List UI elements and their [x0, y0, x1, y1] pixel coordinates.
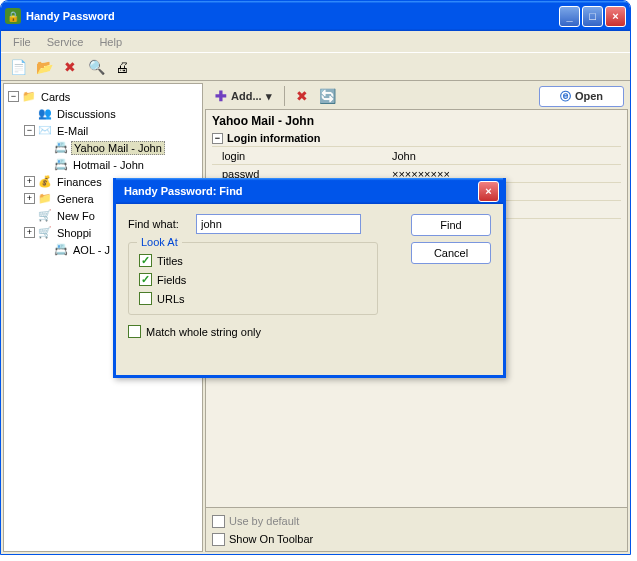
expand-icon[interactable]: +	[24, 193, 35, 204]
people-icon: 👥	[37, 107, 53, 120]
checkbox-checked-icon[interactable]: ✓	[139, 273, 152, 286]
find-input[interactable]	[196, 214, 361, 234]
card-icon: 📇	[53, 243, 69, 256]
minimize-button[interactable]: _	[559, 6, 580, 27]
open-button[interactable]: ⓔOpen	[539, 86, 624, 107]
collapse-icon[interactable]: −	[24, 125, 35, 136]
delete-icon[interactable]: ✖	[291, 85, 313, 107]
left-toolbar: 📄 📂 ✖ 🔍 🖨	[1, 53, 630, 81]
add-button[interactable]: ✚Add...▾	[209, 86, 278, 106]
menu-file[interactable]: File	[5, 34, 39, 50]
checkbox-checked-icon[interactable]: ✓	[139, 254, 152, 267]
cancel-button[interactable]: Cancel	[411, 242, 491, 264]
new-icon[interactable]: 📄	[7, 56, 29, 78]
bottom-panel: Use by default Show On Toolbar	[205, 508, 628, 552]
mail-icon: ✉️	[37, 124, 53, 137]
tree-discussions[interactable]: 👥Discussions	[24, 105, 200, 122]
checkbox-icon[interactable]	[212, 533, 225, 546]
titles-checkbox-row[interactable]: ✓Titles	[139, 251, 367, 270]
titlebar: Handy Password _ □ ×	[1, 1, 630, 31]
detail-section[interactable]: −Login information	[212, 130, 621, 147]
refresh-icon[interactable]: 🔄	[317, 85, 339, 107]
menu-help[interactable]: Help	[91, 34, 130, 50]
search-icon[interactable]: 🔍	[85, 56, 107, 78]
delete-icon[interactable]: ✖	[59, 56, 81, 78]
card-icon: 📇	[53, 141, 69, 154]
maximize-button[interactable]: □	[582, 6, 603, 27]
find-button[interactable]: Find	[411, 214, 491, 236]
checkbox-icon[interactable]	[139, 292, 152, 305]
detail-row-login: loginJohn	[212, 147, 621, 165]
app-icon	[5, 8, 21, 24]
dialog-titlebar: Handy Password: Find ×	[116, 178, 503, 204]
cart-icon: 🛒	[37, 226, 53, 239]
tree-hotmail[interactable]: 📇Hotmail - John	[40, 156, 200, 173]
urls-checkbox-row[interactable]: URLs	[139, 289, 367, 308]
dialog-close-button[interactable]: ×	[478, 181, 499, 202]
money-icon: 💰	[37, 175, 53, 188]
dialog-body: Find what: Find Cancel Look At ✓Titles ✓…	[116, 204, 503, 375]
expand-icon[interactable]: +	[24, 227, 35, 238]
show-toolbar-row[interactable]: Show On Toolbar	[212, 530, 621, 548]
fields-checkbox-row[interactable]: ✓Fields	[139, 270, 367, 289]
chevron-down-icon: ▾	[266, 90, 272, 103]
detail-title: Yahoo Mail - John	[212, 112, 621, 130]
tree-root[interactable]: − 📁 Cards	[8, 88, 200, 105]
find-dialog: Handy Password: Find × Find what: Find C…	[113, 178, 506, 378]
close-button[interactable]: ×	[605, 6, 626, 27]
tree-yahoo[interactable]: 📇Yahoo Mail - John	[40, 139, 200, 156]
collapse-icon: −	[212, 133, 223, 144]
print-icon[interactable]: 🖨	[111, 56, 133, 78]
cart-icon: 🛒	[37, 209, 53, 222]
find-what-label: Find what:	[128, 218, 188, 230]
window-title: Handy Password	[26, 10, 115, 22]
expand-icon[interactable]: +	[24, 176, 35, 187]
tree-label: Cards	[39, 91, 72, 103]
ie-icon: ⓔ	[560, 89, 571, 104]
checkbox-icon[interactable]	[128, 325, 141, 338]
checkbox-icon	[212, 515, 225, 528]
right-toolbar: ✚Add...▾ ✖ 🔄 ⓔOpen	[205, 83, 628, 109]
menu-service[interactable]: Service	[39, 34, 92, 50]
plus-icon: ✚	[215, 88, 227, 104]
look-at-group: Look At ✓Titles ✓Fields URLs	[128, 242, 378, 315]
folder-icon: 📁	[21, 90, 37, 103]
match-whole-row[interactable]: Match whole string only	[128, 325, 491, 338]
card-icon: 📇	[53, 158, 69, 171]
dialog-title: Handy Password: Find	[124, 185, 243, 197]
collapse-icon[interactable]: −	[8, 91, 19, 102]
open-folder-icon[interactable]: 📂	[33, 56, 55, 78]
menubar: File Service Help	[1, 31, 630, 53]
tree-email[interactable]: −✉️E-Mail	[24, 122, 200, 139]
look-at-legend: Look At	[137, 236, 182, 248]
use-default-row: Use by default	[212, 512, 621, 530]
folder-icon: 📁	[37, 192, 53, 205]
